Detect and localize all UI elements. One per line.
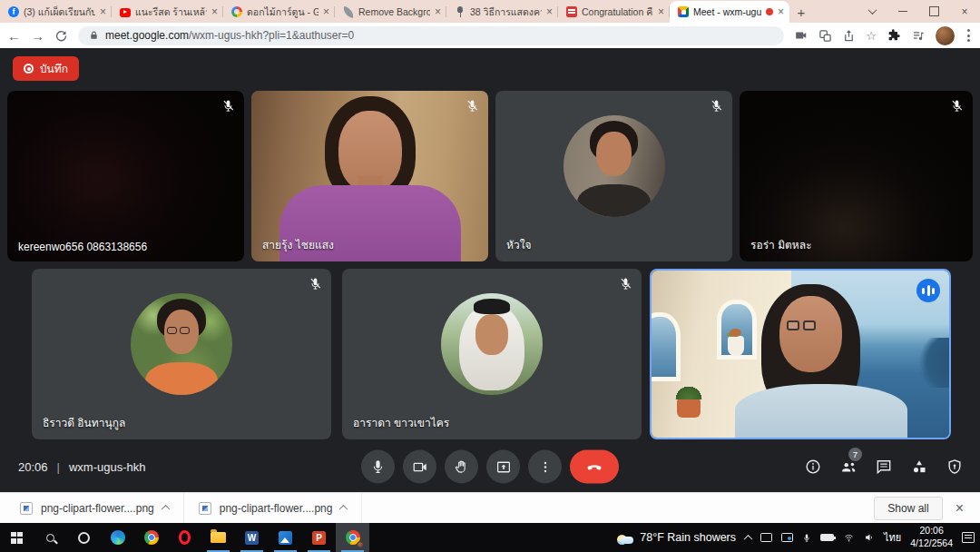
- tab-close-icon[interactable]: ×: [323, 6, 329, 17]
- chat-panel-icon[interactable]: [873, 456, 895, 478]
- record-icon: [24, 64, 34, 74]
- recording-indicator-button[interactable]: บันทึก: [13, 56, 79, 81]
- participant-tile-4[interactable]: รอร่า มิตหละ: [740, 91, 973, 261]
- tab-strip: (3) แก้เผ็ดเรียนกับคุณแ × แนะรีสด ร้านเห…: [0, 0, 980, 23]
- maximize-button[interactable]: [918, 0, 949, 23]
- activities-icon[interactable]: [908, 456, 930, 478]
- photos-button[interactable]: [269, 523, 302, 552]
- tab-article[interactable]: 38 วิธีการแสดงความยินดี ×: [446, 1, 558, 23]
- battery-icon[interactable]: [820, 534, 834, 541]
- mic-muted-icon: [221, 99, 235, 113]
- address-bar[interactable]: meet.google.com/wxm-ugus-hkh?pli=1&authu…: [78, 26, 784, 45]
- end-call-button[interactable]: [570, 450, 619, 484]
- more-options-button[interactable]: [528, 450, 562, 484]
- file-explorer-button[interactable]: [201, 523, 235, 552]
- camera-button[interactable]: [403, 450, 436, 484]
- opera-button[interactable]: [168, 523, 201, 552]
- host-controls-icon[interactable]: [944, 456, 965, 478]
- back-button[interactable]: ←: [7, 29, 21, 43]
- microphone-tray-icon[interactable]: [802, 532, 811, 544]
- forward-button[interactable]: →: [31, 29, 44, 43]
- volume-icon[interactable]: [864, 532, 875, 543]
- weather-widget[interactable]: 78°F Rain showers: [615, 531, 736, 544]
- windows-logo-icon: [11, 532, 23, 544]
- tray-overflow-chevron-icon[interactable]: [744, 534, 753, 543]
- participant-tile-3[interactable]: หัวใจ: [495, 91, 732, 261]
- bookmark-star-icon[interactable]: ☆: [866, 29, 877, 43]
- tab-close-icon[interactable]: ×: [778, 6, 784, 17]
- tab-close-icon[interactable]: ×: [546, 6, 553, 17]
- pin-icon: [455, 6, 466, 17]
- chrome-active-button[interactable]: [336, 523, 369, 552]
- tab-close-icon[interactable]: ×: [100, 6, 106, 17]
- playlist-icon[interactable]: [911, 29, 926, 43]
- meet-icon: [678, 6, 689, 17]
- tab-congratulation[interactable]: Congratulation คืออะไ ×: [558, 1, 670, 23]
- meeting-code: wxm-ugus-hkh: [69, 460, 146, 474]
- participants-panel-icon[interactable]: 7: [838, 456, 859, 478]
- lock-icon: [89, 30, 99, 41]
- tab-close-icon[interactable]: ×: [658, 6, 664, 17]
- minimize-button[interactable]: [887, 0, 918, 23]
- self-view-tile[interactable]: [650, 269, 951, 439]
- tab-close-icon[interactable]: ×: [435, 6, 441, 17]
- keyboard-language-indicator[interactable]: ไทย: [884, 529, 901, 546]
- cast-tray-icon[interactable]: [781, 533, 793, 542]
- cortana-button[interactable]: [67, 523, 101, 552]
- facebook-icon: [8, 6, 19, 17]
- tab-meet-active[interactable]: Meet - wxm-ugu ×: [670, 1, 789, 23]
- edge-button[interactable]: [101, 523, 134, 552]
- participant-tile-2[interactable]: สายรุ้ง ไชยแสง: [251, 91, 488, 261]
- participant-name: สายรุ้ง ไชยแสง: [262, 236, 334, 253]
- meeting-details[interactable]: 20:06 | wxm-ugus-hkh: [18, 460, 145, 474]
- taskbar-clock[interactable]: 20:06 4/12/2564: [910, 525, 953, 549]
- action-center-icon[interactable]: [962, 532, 975, 543]
- present-screen-button[interactable]: [486, 450, 520, 484]
- powerpoint-button[interactable]: [302, 523, 336, 552]
- word-button[interactable]: [235, 523, 269, 552]
- close-downloads-bar-icon[interactable]: ×: [956, 501, 964, 516]
- image-file-icon: [20, 502, 33, 515]
- download-item-2[interactable]: png-clipart-flower....png: [184, 493, 363, 523]
- tab-google-search[interactable]: ดอกไม้การ์ตูน - Google ×: [223, 1, 335, 23]
- download-item-1[interactable]: png-clipart-flower....png: [5, 493, 184, 523]
- start-button[interactable]: [0, 523, 34, 552]
- participant-tile-6[interactable]: อาราดา ขาวเขาไคร: [342, 269, 642, 439]
- microphone-button[interactable]: [361, 450, 395, 484]
- participant-tile-1[interactable]: kereenwo656 0863138656: [7, 91, 244, 261]
- edge-icon: [111, 530, 125, 545]
- raise-hand-button[interactable]: [445, 450, 478, 484]
- participant-tile-5[interactable]: ธิราวดี อินทานุกูล: [32, 269, 331, 439]
- tab-facebook[interactable]: (3) แก้เผ็ดเรียนกับคุณแ ×: [0, 1, 112, 23]
- show-all-downloads-button[interactable]: Show all: [874, 497, 942, 520]
- arch-window: [650, 312, 681, 381]
- youtube-icon: [120, 8, 131, 17]
- share-icon[interactable]: [842, 29, 856, 43]
- translate-icon[interactable]: [818, 29, 832, 43]
- tab-close-icon[interactable]: ×: [211, 6, 218, 17]
- profile-avatar[interactable]: [936, 26, 955, 45]
- mic-muted-icon: [466, 99, 479, 113]
- meeting-panels: 7: [802, 456, 965, 478]
- chrome-icon: [144, 530, 159, 545]
- media-control-icon[interactable]: [794, 29, 808, 42]
- meeting-details-icon[interactable]: [802, 456, 824, 478]
- chrome-button[interactable]: [134, 523, 168, 552]
- tab-title: (3) แก้เผ็ดเรียนกับคุณแ: [24, 5, 95, 20]
- mail-icon: [566, 6, 577, 17]
- reload-button[interactable]: [54, 29, 68, 43]
- wifi-icon[interactable]: [843, 533, 855, 543]
- taskbar-search-button[interactable]: [34, 523, 67, 552]
- download-chevron-icon[interactable]: [339, 505, 348, 514]
- extensions-icon[interactable]: [887, 28, 901, 43]
- display-tray-icon[interactable]: [760, 533, 772, 542]
- tab-remove-background[interactable]: Remove Background ×: [335, 1, 446, 23]
- close-window-button[interactable]: ×: [949, 0, 980, 23]
- tab-search-chevron-icon[interactable]: [857, 0, 887, 23]
- download-chevron-icon[interactable]: [161, 505, 170, 514]
- download-filename: png-clipart-flower....png: [220, 502, 333, 515]
- opera-icon: [179, 530, 191, 545]
- browser-menu-icon[interactable]: [965, 29, 973, 42]
- new-tab-button[interactable]: +: [789, 1, 813, 23]
- tab-youtube[interactable]: แนะรีสด ร้านเหล้า บ้านแ ×: [112, 1, 223, 23]
